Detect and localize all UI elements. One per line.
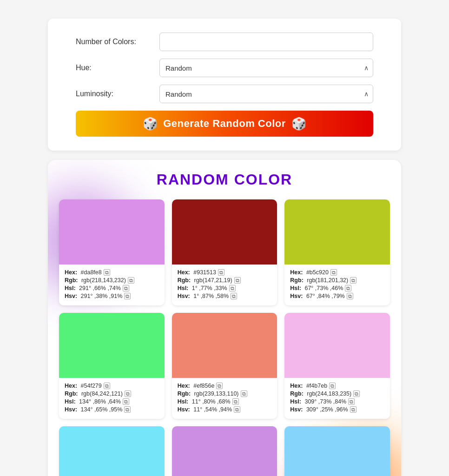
color-info: Hex: #931513 ⧉ Rgb: rgb(147,21,19) ⧉ Hsl… bbox=[172, 264, 277, 305]
hex-row: Hex: #f4b7eb ⧉ bbox=[290, 383, 384, 389]
copy-rgb-icon[interactable]: ⧉ bbox=[125, 390, 131, 397]
luminosity-select[interactable]: Random Bright Light Dark bbox=[159, 85, 373, 103]
rgb-row: Rgb: rgb(147,21,19) ⧉ bbox=[178, 277, 272, 284]
copy-rgb-icon[interactable]: ⧉ bbox=[353, 390, 360, 397]
hex-row: Hex: #da8fe8 ⧉ bbox=[65, 269, 159, 276]
color-section: RANDOM COLOR Hex: #da8fe8 ⧉ Rgb: rgb(218… bbox=[48, 160, 401, 476]
hex-value: #931513 bbox=[192, 269, 216, 276]
rgb-label: Rgb: bbox=[65, 277, 78, 284]
color-info: Hex: #b5c920 ⧉ Rgb: rgb(181,201,32) ⧉ Hs… bbox=[284, 264, 390, 305]
color-swatch bbox=[59, 313, 165, 378]
copy-hex-icon[interactable]: ⧉ bbox=[104, 269, 110, 276]
copy-hsv-icon[interactable]: ⧉ bbox=[234, 406, 240, 413]
rgb-row: Rgb: rgb(181,201,32) ⧉ bbox=[290, 277, 384, 284]
copy-hsl-icon[interactable]: ⧉ bbox=[345, 285, 351, 291]
num-colors-label: Number of Colors: bbox=[76, 38, 159, 46]
copy-hsl-icon[interactable]: ⧉ bbox=[123, 285, 129, 291]
rgb-value: rgb(218,143,232) bbox=[79, 277, 125, 284]
hsv-label: Hsv: bbox=[178, 406, 190, 413]
hsv-row: Hsv: 291° ,38% ,91% ⧉ bbox=[65, 293, 159, 299]
rgb-value: rgb(244,183,235) bbox=[305, 390, 351, 397]
copy-hex-icon[interactable]: ⧉ bbox=[104, 383, 110, 389]
color-card: Hex: #b5c920 ⧉ Rgb: rgb(181,201,32) ⧉ Hs… bbox=[284, 199, 390, 305]
copy-hex-icon[interactable]: ⧉ bbox=[330, 269, 337, 276]
hsv-row: Hsv: 67° ,84% ,79% ⧉ bbox=[290, 293, 384, 299]
hsv-value: 309° ,25% ,96% bbox=[304, 406, 348, 413]
hsv-row: Hsv: 309° ,25% ,96% ⧉ bbox=[290, 406, 384, 413]
copy-hex-icon[interactable]: ⧉ bbox=[216, 383, 223, 389]
hsl-row: Hsl: 11° ,80% ,68% ⧉ bbox=[178, 398, 272, 405]
hex-label: Hex: bbox=[290, 383, 303, 389]
copy-hex-icon[interactable]: ⧉ bbox=[329, 383, 336, 389]
rgb-value: rgb(239,133,110) bbox=[192, 390, 238, 397]
copy-hsv-icon[interactable]: ⧉ bbox=[124, 293, 131, 299]
luminosity-label: Luminosity: bbox=[76, 90, 159, 98]
hue-select[interactable]: Random Red Orange Yellow Green Blue Purp… bbox=[159, 59, 373, 77]
copy-hsv-icon[interactable]: ⧉ bbox=[350, 406, 357, 413]
hsl-row: Hsl: 67° ,73% ,46% ⧉ bbox=[290, 285, 384, 291]
hex-row: Hex: #ef856e ⧉ bbox=[178, 383, 272, 389]
rgb-value: rgb(181,201,32) bbox=[305, 277, 348, 284]
color-info: Hex: #ef856e ⧉ Rgb: rgb(239,133,110) ⧉ H… bbox=[172, 378, 277, 419]
copy-hsv-icon[interactable]: ⧉ bbox=[124, 406, 131, 413]
generate-button[interactable]: 🎲 Generate Random Color 🎲 bbox=[76, 111, 373, 137]
copy-hsv-icon[interactable]: ⧉ bbox=[347, 293, 353, 299]
luminosity-select-wrapper: Random Bright Light Dark ∧ bbox=[159, 85, 373, 103]
color-card: Hex: #da8fe8 ⧉ Rgb: rgb(218,143,232) ⧉ H… bbox=[59, 199, 165, 305]
hsv-row: Hsv: 11° ,54% ,94% ⧉ bbox=[178, 406, 272, 413]
copy-rgb-icon[interactable]: ⧉ bbox=[241, 390, 247, 397]
hsv-value: 134° ,65% ,95% bbox=[79, 406, 122, 413]
luminosity-row: Luminosity: Random Bright Light Dark ∧ bbox=[76, 85, 373, 103]
copy-rgb-icon[interactable]: ⧉ bbox=[128, 277, 134, 284]
rgb-label: Rgb: bbox=[290, 277, 303, 284]
dice-left-icon: 🎲 bbox=[143, 117, 158, 131]
hsl-value: 309° ,73% ,84% bbox=[303, 398, 346, 405]
hex-label: Hex: bbox=[65, 383, 77, 389]
hsl-label: Hsl: bbox=[178, 285, 189, 291]
hsl-row: Hsl: 1° ,77% ,33% ⧉ bbox=[178, 285, 272, 291]
copy-hsl-icon[interactable]: ⧉ bbox=[232, 398, 239, 405]
num-colors-input[interactable] bbox=[159, 33, 373, 51]
hsv-value: 1° ,87% ,58% bbox=[192, 293, 229, 299]
top-panel: Number of Colors: Hue: Random Red Orange… bbox=[48, 19, 401, 151]
hex-row: Hex: #b5c920 ⧉ bbox=[290, 269, 384, 276]
color-info: Hex: #da8fe8 ⧉ Rgb: rgb(218,143,232) ⧉ H… bbox=[59, 264, 165, 305]
hsl-value: 134° ,86% ,64% bbox=[78, 398, 121, 405]
rgb-row: Rgb: rgb(218,143,232) ⧉ bbox=[65, 277, 159, 284]
rgb-label: Rgb: bbox=[65, 390, 78, 397]
generate-btn-label: Generate Random Color bbox=[163, 118, 286, 130]
copy-hsl-icon[interactable]: ⧉ bbox=[123, 398, 129, 405]
color-swatch bbox=[172, 199, 277, 264]
color-swatch bbox=[284, 199, 390, 264]
color-swatch bbox=[284, 426, 390, 476]
copy-hsl-icon[interactable]: ⧉ bbox=[348, 398, 355, 405]
hex-value: #b5c920 bbox=[304, 269, 328, 276]
rgb-label: Rgb: bbox=[178, 277, 191, 284]
copy-hsl-icon[interactable]: ⧉ bbox=[229, 285, 236, 291]
hsl-value: 291° ,66% ,74% bbox=[78, 285, 121, 291]
hsv-label: Hsv: bbox=[178, 293, 190, 299]
color-card: Hex: #85d4fc ⧉ Rgb: rgb(133,212,252) ⧉ H… bbox=[284, 426, 390, 476]
hex-row: Hex: #54f279 ⧉ bbox=[65, 383, 159, 389]
hsv-label: Hsv: bbox=[65, 406, 77, 413]
hex-label: Hex: bbox=[178, 383, 190, 389]
hex-row: Hex: #931513 ⧉ bbox=[178, 269, 272, 276]
color-swatch bbox=[59, 199, 165, 264]
rgb-row: Rgb: rgb(244,183,235) ⧉ bbox=[290, 390, 384, 397]
copy-rgb-icon[interactable]: ⧉ bbox=[234, 277, 241, 284]
hex-value: #ef856e bbox=[192, 383, 215, 389]
rgb-label: Rgb: bbox=[290, 390, 303, 397]
hsl-row: Hsl: 291° ,66% ,74% ⧉ bbox=[65, 285, 159, 291]
hsl-label: Hsl: bbox=[178, 398, 189, 405]
copy-hex-icon[interactable]: ⧉ bbox=[218, 269, 224, 276]
color-swatch bbox=[284, 313, 390, 378]
hue-row: Hue: Random Red Orange Yellow Green Blue… bbox=[76, 59, 373, 77]
color-card: Hex: #931513 ⧉ Rgb: rgb(147,21,19) ⧉ Hsl… bbox=[172, 199, 277, 305]
hsv-value: 67° ,84% ,79% bbox=[304, 293, 344, 299]
copy-hsv-icon[interactable]: ⧉ bbox=[231, 293, 237, 299]
color-grid: Hex: #da8fe8 ⧉ Rgb: rgb(218,143,232) ⧉ H… bbox=[59, 199, 390, 476]
copy-rgb-icon[interactable]: ⧉ bbox=[350, 277, 357, 284]
color-card: Hex: #54f279 ⧉ Rgb: rgb(84,242,121) ⧉ Hs… bbox=[59, 313, 165, 419]
color-card: Hex: #75e6f9 ⧉ Rgb: rgb(117,230,249) ⧉ H… bbox=[59, 426, 165, 476]
hsv-value: 11° ,54% ,94% bbox=[192, 406, 232, 413]
